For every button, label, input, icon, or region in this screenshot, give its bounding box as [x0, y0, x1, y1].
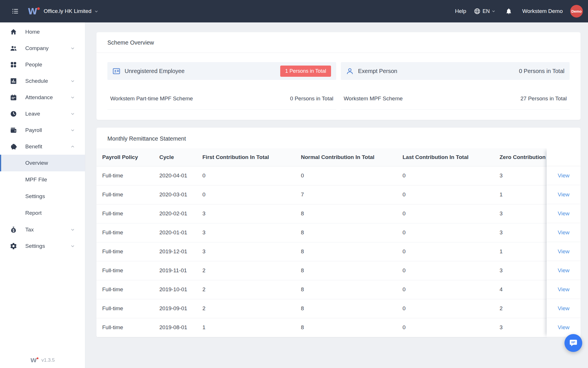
table-cell: 0	[295, 166, 397, 185]
table-cell: Full-time	[96, 280, 154, 299]
view-link[interactable]: View	[558, 229, 570, 236]
view-link[interactable]: View	[558, 267, 570, 274]
table-cell: 0	[197, 185, 295, 204]
unregistered-employee-panel: Unregistered Employee 1 Persons in Total	[107, 62, 336, 80]
app-version: W v1.3.5	[0, 357, 85, 363]
view-link[interactable]: View	[558, 305, 570, 312]
version-label: v1.3.5	[41, 357, 55, 363]
benefit-piggybank-icon	[10, 143, 17, 150]
table-row: Full-time2019-11-012803	[96, 261, 581, 280]
sidebar-item-people[interactable]: People	[0, 56, 85, 73]
sidebar-item-payroll[interactable]: Payroll	[0, 122, 85, 138]
help-link[interactable]: Help	[455, 8, 466, 14]
table-cell: 2019-12-01	[154, 242, 197, 261]
table-cell: Full-time	[96, 223, 154, 242]
table-cell: 2019-11-01	[154, 261, 197, 280]
table-header-row: Payroll Policy Cycle First Contribution …	[96, 148, 581, 166]
workstem-logo: W	[28, 6, 40, 16]
view-link[interactable]: View	[558, 286, 570, 293]
sidebar-item-benefit-settings[interactable]: Settings	[0, 188, 85, 205]
schedule-icon	[10, 77, 17, 85]
panel-label: Exempt Person	[358, 68, 397, 74]
chevron-down-icon	[94, 9, 98, 13]
table-cell: 2	[197, 280, 295, 299]
sidebar-item-schedule[interactable]: Schedule	[0, 73, 85, 89]
sidebar-item-label: People	[25, 62, 42, 68]
sidebar-item-company[interactable]: Company	[0, 40, 85, 56]
sidebar-item-leave[interactable]: Leave	[0, 106, 85, 122]
exempt-person-panel: Exempt Person 0 Persons in Total	[341, 62, 570, 80]
sidebar-item-settings[interactable]: Settings	[0, 238, 85, 254]
sidebar-item-label: Schedule	[25, 78, 48, 84]
tax-moneybag-icon	[10, 226, 17, 233]
payroll-wallet-icon	[10, 126, 17, 134]
chat-bubble-icon	[569, 339, 578, 347]
user-name[interactable]: Workstem Demo	[522, 8, 563, 14]
table-cell: 2019-10-01	[154, 280, 197, 299]
svg-text:W: W	[30, 357, 37, 363]
table-cell: 2020-04-01	[154, 166, 197, 185]
table-cell: 8	[295, 280, 397, 299]
table-cell: 8	[295, 299, 397, 318]
people-grid-icon	[10, 61, 17, 68]
menu-icon[interactable]	[9, 5, 21, 17]
table-cell: 8	[295, 204, 397, 223]
view-link[interactable]: View	[558, 324, 570, 331]
company-icon	[10, 45, 17, 52]
id-card-icon	[113, 67, 120, 75]
sidebar-item-home[interactable]: Home	[0, 24, 85, 40]
sidebar-item-label: Home	[25, 29, 40, 35]
main-content: Overview Scheme Overview Unregistered Em…	[85, 0, 588, 337]
chevron-down-icon	[71, 95, 75, 99]
sidebar-item-label: Leave	[25, 111, 40, 117]
table-cell: 2020-02-01	[154, 204, 197, 223]
sidebar-item-tax[interactable]: Tax	[0, 221, 85, 238]
sidebar-item-attendance[interactable]: Attendance	[0, 89, 85, 106]
scheme-item: Workstem MPF Scheme 27 Persons in Total	[341, 95, 570, 110]
leave-clock-icon	[10, 110, 17, 118]
table-cell: 0	[397, 166, 494, 185]
avatar[interactable]: Demo	[570, 5, 583, 18]
sidebar-subitem-label: Report	[25, 210, 42, 216]
sidebar-item-benefit-report[interactable]: Report	[0, 205, 85, 221]
sidebar-item-benefit-overview[interactable]: Overview	[0, 155, 85, 171]
table-row: Full-time2020-03-010701	[96, 185, 581, 204]
chevron-down-icon	[71, 112, 75, 116]
chevron-up-icon	[71, 145, 75, 149]
chevron-down-icon	[71, 46, 75, 50]
table-cell: 8	[295, 261, 397, 280]
table-cell: 3	[197, 204, 295, 223]
table-cell: 0	[397, 185, 494, 204]
globe-icon	[474, 8, 481, 15]
remittance-title: Monthly Remittance Statement	[96, 128, 581, 148]
table-cell: 0	[397, 280, 494, 299]
view-link[interactable]: View	[558, 248, 570, 255]
sidebar-item-benefit-mpf-file[interactable]: MPF File	[0, 171, 85, 188]
sidebar-subitem-label: MPF File	[25, 177, 47, 183]
scheme-label: Workstem Part-time MPF Scheme	[110, 95, 193, 102]
column-header: Cycle	[154, 148, 197, 166]
sidebar-item-label: Attendance	[25, 94, 53, 101]
table-row: Full-time2019-12-013801	[96, 242, 581, 261]
unregistered-count-button[interactable]: 1 Persons in Total	[280, 66, 331, 77]
settings-gear-icon	[10, 242, 17, 250]
table-cell: 3	[197, 223, 295, 242]
company-selector[interactable]: Office.ly HK Limited	[44, 8, 98, 14]
view-link[interactable]: View	[558, 191, 570, 198]
view-link[interactable]: View	[558, 172, 570, 179]
panel-value: 0 Persons in Total	[519, 68, 564, 74]
svg-text:W: W	[28, 6, 37, 16]
sidebar-item-benefit[interactable]: Benefit	[0, 138, 85, 155]
table-cell: 2020-01-01	[154, 223, 197, 242]
scheme-overview-card: Scheme Overview Unregistered Employee 1 …	[96, 32, 581, 120]
table-cell: Full-time	[96, 261, 154, 280]
sidebar-item-label: Settings	[25, 243, 45, 249]
notifications-bell-icon[interactable]	[503, 5, 515, 17]
table-cell: 0	[397, 318, 494, 337]
sidebar-item-label: Tax	[25, 227, 34, 233]
chat-widget-button[interactable]	[564, 334, 582, 352]
language-selector[interactable]: EN	[474, 8, 495, 15]
view-link[interactable]: View	[558, 210, 570, 217]
column-header: Normal Contribution In Total	[295, 148, 397, 166]
table-cell: 0	[397, 261, 494, 280]
